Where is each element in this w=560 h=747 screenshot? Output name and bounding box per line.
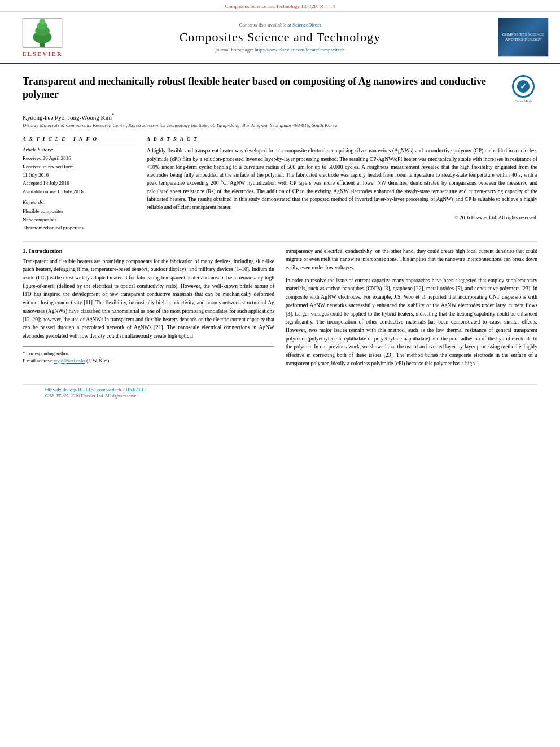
main-col-right: transparency and electrical conductivity… xyxy=(286,247,537,373)
accepted-date: Accepted 13 July 2016 xyxy=(23,180,135,187)
revised-label: Received in revised form xyxy=(23,163,135,171)
elsevier-logo-area: ELSEVIER xyxy=(11,18,73,57)
contents-available-text: Contents lists available at xyxy=(239,22,291,28)
keyword-3: Thermomechanical properties xyxy=(23,224,135,231)
abstract-label: A B S T R A C T xyxy=(147,136,198,142)
article-title-text: Transparent and mechanically robust flex… xyxy=(23,75,504,107)
homepage-url[interactable]: http://www.elsevier.com/locate/compscite… xyxy=(255,47,344,53)
homepage-label: journal homepage: xyxy=(216,47,253,53)
sciencedirect-line: Contents lists available at ScienceDirec… xyxy=(73,22,487,28)
received-date: Received 26 April 2016 xyxy=(23,155,135,162)
abstract-text: A highly flexible and transparent heater… xyxy=(147,147,537,211)
revised-date: 11 July 2016 xyxy=(23,172,135,179)
crossmark-icon: ✓ xyxy=(512,75,535,98)
journal-header-center: Contents lists available at ScienceDirec… xyxy=(73,22,487,53)
top-bar: Composites Science and Technology 133 (2… xyxy=(0,0,560,12)
journal-title: Composites Science and Technology xyxy=(73,30,487,45)
article-body: Transparent and mechanically robust flex… xyxy=(0,64,560,412)
right-para1: transparency and electrical conductivity… xyxy=(286,247,537,272)
elsevier-label: ELSEVIER xyxy=(22,50,63,57)
footnote-area: * Corresponding author. E-mail address: … xyxy=(23,346,274,365)
keyword-2: Nanocomposites xyxy=(23,216,135,224)
issn-copyright: 0266-3538/© 2016 Elsevier Ltd. All right… xyxy=(45,394,515,399)
abstract-paragraph: A highly flexible and transparent heater… xyxy=(147,147,537,211)
journal-header: ELSEVIER Contents lists available at Sci… xyxy=(0,12,560,64)
intro-para1: Transparent and flexible heaters are pro… xyxy=(23,257,274,340)
affiliation-line: Display Materials & Components Research … xyxy=(23,123,537,128)
copyright-line: © 2016 Elsevier Ltd. All rights reserved… xyxy=(147,215,537,220)
footnote-email: E-mail address: wyjd@keti.re.kr (J.-W. K… xyxy=(23,357,274,365)
journal-reference: Composites Science and Technology 133 (2… xyxy=(225,3,335,9)
crossmark-symbol: ✓ xyxy=(517,80,530,93)
corresponding-label: * Corresponding author. xyxy=(23,351,69,356)
journal-cover-image: COMPOSITES SCIENCE AND TECHNOLOGY xyxy=(498,18,549,57)
article-title-section: Transparent and mechanically robust flex… xyxy=(23,75,537,107)
doi-url[interactable]: http://dx.doi.org/10.1016/j.compscitech.… xyxy=(45,387,146,392)
bottom-bar: http://dx.doi.org/10.1016/j.compscitech.… xyxy=(23,384,537,401)
corresponding-mark: * xyxy=(112,113,114,118)
journal-homepage: journal homepage: http://www.elsevier.co… xyxy=(73,47,487,53)
email-label: E-mail address: xyxy=(23,358,53,364)
elsevier-logo: ELSEVIER xyxy=(11,18,73,57)
doi-link: http://dx.doi.org/10.1016/j.compscitech.… xyxy=(45,387,515,392)
intro-title: Introduction xyxy=(29,247,63,254)
keywords-section: Keywords: Flexible composites Nanocompos… xyxy=(23,199,135,231)
authors-line: Kyoung-hee Pyo, Jong-Woong Kim* xyxy=(23,113,537,121)
section-divider xyxy=(23,241,537,242)
info-abstract-columns: A R T I C L E I N F O Article history: R… xyxy=(23,136,537,231)
history-label: Article history: xyxy=(23,147,135,152)
article-info-label: A R T I C L E I N F O xyxy=(23,136,98,142)
abstract-col: A B S T R A C T A highly flexible and tr… xyxy=(147,136,537,231)
elsevier-tree-icon xyxy=(20,18,65,49)
abstract-header: A B S T R A C T xyxy=(147,136,537,143)
intro-section-title: 1. Introduction xyxy=(23,247,274,254)
email-link[interactable]: wyjd@keti.re.kr xyxy=(54,358,85,364)
keyword-1: Flexible composites xyxy=(23,207,135,215)
right-para2: In order to resolve the issue of current… xyxy=(286,277,537,368)
crossmark-label: CrossMark xyxy=(514,99,532,103)
author-names: Kyoung-hee Pyo, Jong-Woong Kim xyxy=(23,113,112,120)
sciencedirect-link[interactable]: ScienceDirect xyxy=(292,22,321,28)
main-two-col: 1. Introduction Transparent and flexible… xyxy=(23,247,537,373)
email-person: (J.-W. Kim). xyxy=(86,358,111,364)
svg-point-4 xyxy=(40,19,46,25)
footnote-corresponding: * Corresponding author. xyxy=(23,350,274,357)
keywords-label: Keywords: xyxy=(23,199,135,205)
online-date: Available online 15 July 2016 xyxy=(23,188,135,195)
article-info-header: A R T I C L E I N F O xyxy=(23,136,135,143)
crossmark-area: ✓ CrossMark xyxy=(509,75,537,103)
article-info-col: A R T I C L E I N F O Article history: R… xyxy=(23,136,135,231)
intro-num: 1. xyxy=(23,247,27,254)
article-title: Transparent and mechanically robust flex… xyxy=(23,75,504,102)
journal-cover-area: COMPOSITES SCIENCE AND TECHNOLOGY xyxy=(487,18,549,57)
main-col-left: 1. Introduction Transparent and flexible… xyxy=(23,247,274,373)
